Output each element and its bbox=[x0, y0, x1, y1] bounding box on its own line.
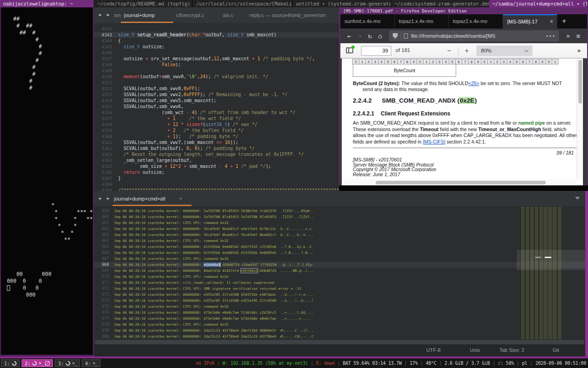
new-tab-button[interactable]: + bbox=[557, 14, 571, 29]
window-tab[interactable]: ~/code/topfig/README.md (topfig) … bbox=[94, 0, 193, 7]
log-text: Sep 06 00:20:10 szarotka kernel: CIFS VF… bbox=[114, 322, 228, 328]
window-tab[interactable]: nabijaczleweli@nabtop: ~ bbox=[0, 0, 94, 7]
log-text: Sep 06 00:20:10 szarotka kernel: CIFS VF… bbox=[114, 256, 228, 262]
workspace-button[interactable]: 1: bbox=[1, 359, 20, 367]
line-number: 669 bbox=[94, 268, 114, 274]
firefox-window: [MS-SMB]-170601.pdf - Firefox Developer … bbox=[339, 7, 588, 185]
code-text: SSVAL(outbuf,smb_vwv7,(smb_maxcnt >> 16)… bbox=[118, 139, 238, 145]
bit-cell: 8 bbox=[532, 59, 539, 64]
firefox-navbar: ← → ↻ ⌂ file:///home/nabijaczleweli/samb… bbox=[340, 29, 587, 43]
code-line: 4351 bbox=[94, 80, 339, 86]
log-text: Sep 06 00:20:10 szarotka kernel: 0000000… bbox=[114, 226, 313, 232]
log-line: 670Sep 06 00:20:10 szarotka kernel: CIFS… bbox=[94, 274, 585, 280]
terminal-window[interactable]: ## # ## ## # # # # # # # # # * * *** * * bbox=[0, 7, 94, 356]
pdf-text-line: An SMB_COM_READ_ANDX request is sent by … bbox=[353, 120, 571, 126]
tab-scroll-arrows[interactable]: ◀ ▶ bbox=[98, 196, 111, 201]
status-segment: E: down bbox=[316, 361, 335, 366]
url-bar[interactable]: file:///home/nabijaczleweli/samba/[MS ••… bbox=[389, 30, 559, 41]
code-line: 4366 return outsize; bbox=[94, 169, 339, 175]
line-number: 674 bbox=[94, 298, 114, 304]
home-icon[interactable]: ⌂ bbox=[378, 32, 382, 40]
editor-top-code[interactable]: 43424343size_t setup_readX_header(char *… bbox=[94, 23, 339, 191]
line-number: 667 bbox=[94, 256, 114, 262]
browser-tab[interactable]: topaz1.x.4x-mo bbox=[395, 14, 449, 29]
pdf-paragraph: send any data in this message. bbox=[362, 86, 429, 92]
editor-bottom-log[interactable]: 659Sep 06 00:20:10 szarotka kernel: 0000… bbox=[94, 206, 585, 339]
urlbar-divider bbox=[401, 32, 401, 40]
line-number: 4353 bbox=[94, 92, 118, 98]
tab-aio-c[interactable]: aio.c bbox=[223, 7, 233, 23]
menu-icon[interactable]: ≡ bbox=[577, 32, 580, 40]
bit-cell: 1 bbox=[552, 59, 559, 64]
selected-text: e6b940a3 bbox=[204, 263, 220, 267]
status-segment: 17% bbox=[410, 361, 418, 366]
firefox-icon bbox=[11, 360, 17, 366]
line-number: 4350 bbox=[94, 74, 118, 80]
horizontal-scrollbar[interactable] bbox=[94, 339, 585, 345]
log-text: Sep 06 00:20:10 szarotka kernel: 0000000… bbox=[114, 316, 311, 322]
tab-cifsencrypt-c[interactable]: cifsencrypt.c bbox=[176, 7, 204, 23]
code-text: size_t outsize; bbox=[118, 44, 164, 50]
browser-tab[interactable]: [MS-SMB]-17× bbox=[503, 14, 557, 29]
code-text: /***************************************… bbox=[118, 187, 339, 191]
log-text: Sep 06 00:20:10 szarotka kernel: 0000000… bbox=[114, 250, 313, 256]
workspace-button[interactable]: 3:>_ bbox=[55, 359, 80, 367]
log-line: 668Sep 06 00:20:10 szarotka kernel: 0000… bbox=[94, 262, 585, 268]
pdf-tools-chevrons-icon[interactable]: » bbox=[577, 47, 581, 54]
line-number: 4354 bbox=[94, 98, 118, 104]
forward-icon[interactable]: → bbox=[357, 32, 361, 40]
line-number: 4361 bbox=[94, 139, 118, 145]
status-item[interactable]: Git bbox=[553, 347, 559, 353]
bit-cell: 0 bbox=[481, 59, 488, 64]
tab-scroll-arrows[interactable]: ◀ ▶ bbox=[98, 12, 111, 17]
minimap-viewport[interactable] bbox=[517, 250, 585, 270]
overflow-chevrons-icon[interactable]: » bbox=[566, 32, 570, 40]
line-number: 4364 bbox=[94, 157, 118, 163]
pdf-vertical-scrollbar[interactable] bbox=[577, 58, 583, 179]
status-segment: 2020-09-06 00:51:00 bbox=[535, 361, 586, 366]
tab-journal-dump-cmd-all[interactable]: journal+dump+cmd+all bbox=[114, 191, 165, 207]
code-line: 4349 bbox=[94, 68, 339, 74]
zoom-select[interactable]: 80% bbox=[476, 46, 532, 56]
status-item[interactable]: Unix bbox=[470, 347, 480, 353]
zoom-out-button[interactable]: − bbox=[443, 45, 455, 56]
workspace-list: 1:2:>_3:>_4:>_ bbox=[1, 359, 101, 367]
status-item[interactable]: Tab Size: 2 bbox=[499, 347, 524, 353]
tab-close-icon[interactable]: × bbox=[550, 15, 553, 29]
pdf-page: 01234567890123456789012345678901 ByteCou… bbox=[342, 58, 583, 185]
editor-status-bar: UTF-8UnixTab Size: 2Git bbox=[94, 345, 585, 356]
code-text: SCVAL(outbuf,smb_vwv0,0xFF); bbox=[118, 86, 200, 92]
line-number: 4343 bbox=[94, 32, 118, 38]
code-line: 4364 _smb_setlen_large(outbuf, bbox=[94, 157, 339, 163]
shield-icon[interactable] bbox=[393, 33, 398, 39]
back-icon[interactable]: ← bbox=[347, 32, 351, 40]
pdf-page-input[interactable]: 39 bbox=[361, 46, 391, 56]
window-tab[interactable]: ~/samba/journal+dump+cmd+all • (li… bbox=[489, 0, 588, 7]
status-item[interactable]: UTF-8 bbox=[426, 347, 441, 353]
window-tab[interactable]: untitled • (systemd-zram-generato… bbox=[293, 0, 391, 7]
workspace-button[interactable]: 2:>_ bbox=[22, 359, 53, 367]
code-line: 4360 + 1); /* padding byte */ bbox=[94, 133, 339, 139]
urlbar-ellipsis-icon[interactable]: ••• bbox=[546, 34, 555, 39]
tab-overflow-icon[interactable] bbox=[575, 197, 580, 200]
tab-sm[interactable]: sm bbox=[114, 7, 121, 23]
reload-icon[interactable]: ↻ bbox=[368, 32, 372, 40]
zoom-in-button[interactable]: + bbox=[461, 45, 473, 56]
tab-close-icon[interactable]: × bbox=[179, 191, 182, 206]
log-text: Sep 06 00:20:10 szarotka kernel: 0000000… bbox=[114, 328, 313, 334]
window-tab[interactable]: ~/code/systemd-zram-generator.deb… bbox=[391, 0, 489, 7]
pdf-horizontal-scrollbar[interactable] bbox=[342, 179, 577, 185]
status-segment: BAT 59.64% 03:14 13.7W bbox=[343, 361, 401, 366]
minimap[interactable] bbox=[520, 207, 561, 340]
window-tab[interactable]: /usr/local/src/solvespace/CMakeLi… bbox=[193, 0, 293, 7]
browser-tab[interactable]: sunfont.x.4x-mo bbox=[340, 14, 395, 29]
tab-reply-c-source4-smb-server-sm[interactable]: reply.c — source4/smb_server/sm bbox=[249, 7, 326, 23]
code-line: 4346 bbox=[94, 50, 339, 56]
tab-journal-dump[interactable]: journal+dump bbox=[124, 7, 155, 23]
browser-tab[interactable]: topaz2.x.4x-mo bbox=[449, 14, 503, 29]
log-text: Sep 06 00:20:10 szarotka kernel: 0000000… bbox=[114, 262, 314, 268]
code-text: + 1 /* the wct field */ bbox=[118, 115, 241, 121]
workspace-button[interactable]: 4:>_ bbox=[82, 359, 101, 367]
code-text: SSVAL(outbuf,smb_vwv6, bbox=[118, 104, 184, 109]
pdf-divider bbox=[353, 148, 577, 148]
